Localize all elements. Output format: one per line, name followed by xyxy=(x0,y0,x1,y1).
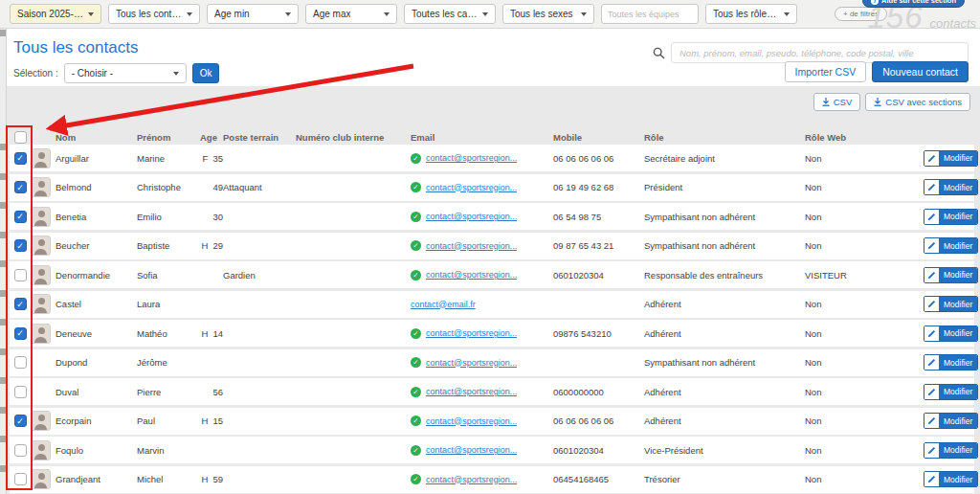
email-verified-icon: ✓ xyxy=(411,357,421,368)
col-header-numero: Numéro club interne xyxy=(296,132,411,143)
edit-button[interactable]: Modifier xyxy=(924,326,978,342)
cell-role-web: Non xyxy=(799,240,924,251)
email-link[interactable]: contact@sportsregion... xyxy=(426,212,517,221)
contacts-table-panel: CSV CSV avec sections Nom Prénom Age Pos… xyxy=(0,86,980,494)
email-verified-icon: ✓ xyxy=(411,212,421,222)
gutter-notch xyxy=(0,465,6,472)
edit-button[interactable]: Modifier xyxy=(924,471,978,487)
cell-prenom: Michel xyxy=(137,474,192,484)
season-select[interactable]: Saison 2025-2026 xyxy=(10,4,101,24)
row-checkbox[interactable]: ✓ xyxy=(14,181,27,193)
cell-prenom: Emilio xyxy=(137,212,192,222)
pencil-icon xyxy=(924,268,939,282)
ok-button[interactable]: Ok xyxy=(192,63,220,83)
chevron-down-icon xyxy=(784,12,790,16)
row-checkbox[interactable] xyxy=(14,356,27,369)
row-checkbox[interactable]: ✓ xyxy=(14,298,27,310)
email-verified-icon: ✓ xyxy=(411,387,421,397)
cell-prenom: Christophe xyxy=(137,182,192,192)
cell-age-value: 49 xyxy=(212,182,223,192)
selection-row: Sélection : - Choisir - Ok xyxy=(13,63,219,83)
edit-button[interactable]: Modifier xyxy=(924,179,978,195)
email-link[interactable]: contact@sportsregion... xyxy=(426,387,517,396)
edit-button[interactable]: Modifier xyxy=(924,150,978,167)
email-verified-icon: ✓ xyxy=(411,415,421,426)
pencil-icon xyxy=(924,238,939,253)
contacts-count-unit: contacts xyxy=(930,16,976,31)
pencil-icon xyxy=(924,151,939,166)
col-header-age: Age xyxy=(192,132,223,143)
cell-role-web: VISITEUR xyxy=(799,270,924,281)
email-link[interactable]: contact@sportsregion... xyxy=(426,416,517,426)
cell-gender: H xyxy=(200,415,208,426)
teams-input[interactable] xyxy=(601,4,699,24)
cell-email: ✓ contact@sportsregion... xyxy=(411,212,540,222)
col-header-role: Rôle xyxy=(640,132,799,143)
export-csv-label: CSV xyxy=(834,97,853,107)
export-csv-sections-button[interactable]: CSV avec sections xyxy=(865,93,970,111)
selection-value: - Choisir - xyxy=(72,68,113,79)
row-checkbox[interactable]: ✓ xyxy=(14,211,27,223)
cell-mobile: 0600000000 xyxy=(540,387,640,397)
web-roles-select[interactable]: Tous les rôles web xyxy=(705,4,797,24)
email-link[interactable]: contact@sportsregion... xyxy=(426,153,517,163)
edit-button[interactable]: Modifier xyxy=(924,209,978,225)
edit-button[interactable]: Modifier xyxy=(924,267,978,283)
row-checkbox[interactable] xyxy=(14,269,27,281)
edit-button[interactable]: Modifier xyxy=(924,442,978,459)
row-checkbox[interactable]: ✓ xyxy=(14,415,27,427)
age-max-select[interactable]: Age max xyxy=(305,4,397,24)
edit-button-label: Modifier xyxy=(939,355,977,370)
age-min-select[interactable]: Age min xyxy=(207,4,299,24)
cell-prenom: Baptiste xyxy=(137,240,192,251)
export-csv-button[interactable]: CSV xyxy=(813,93,861,111)
row-checkbox[interactable]: ✓ xyxy=(14,239,27,252)
cell-email: ✓ contact@sportsregion... xyxy=(411,240,540,251)
cell-role-web: Non xyxy=(799,182,924,192)
sexes-select[interactable]: Tous les sexes xyxy=(502,4,594,24)
table-row: Denormandie Sofia Gardien ✓ contact@spor… xyxy=(10,261,974,288)
select-all-checkbox[interactable] xyxy=(14,131,27,144)
email-link[interactable]: contact@email.fr xyxy=(411,300,476,309)
selection-select[interactable]: - Choisir - xyxy=(64,63,187,83)
email-link[interactable]: contact@sportsregion... xyxy=(426,445,517,455)
edit-button[interactable]: Modifier xyxy=(924,296,978,312)
cell-nom: Grandjeant xyxy=(56,474,137,484)
cell-prenom: Sofia xyxy=(137,270,192,281)
cell-mobile: 06 06 06 06 06 xyxy=(540,415,640,426)
edit-button[interactable]: Modifier xyxy=(924,384,978,400)
email-link[interactable]: contact@sportsregion... xyxy=(426,183,517,192)
cell-nom: Benetia xyxy=(56,212,137,222)
categories-value: Toutes les catégories ... xyxy=(412,9,479,19)
cell-nom: Ecorpain xyxy=(56,415,137,426)
table-row: Duval Pierre 56 ✓ contact@sportsregion..… xyxy=(10,378,974,405)
edit-button[interactable]: Modifier xyxy=(924,413,978,429)
edit-button[interactable]: Modifier xyxy=(924,237,978,254)
download-icon xyxy=(874,98,881,106)
email-link[interactable]: contact@sportsregion... xyxy=(426,475,517,484)
row-checkbox[interactable]: ✓ xyxy=(14,327,27,340)
cell-role: Trésorier xyxy=(640,474,799,484)
col-header-email: Email xyxy=(411,132,540,143)
categories-select[interactable]: Toutes les catégories ... xyxy=(404,4,496,24)
email-link[interactable]: contact@sportsregion... xyxy=(426,358,517,368)
cell-email: ✓ contact@sportsregion... xyxy=(411,357,540,368)
email-link[interactable]: contact@sportsregion... xyxy=(426,241,517,251)
row-checkbox[interactable] xyxy=(14,386,27,398)
row-checkbox[interactable]: ✓ xyxy=(14,152,27,165)
help-section-button[interactable]: i Aide sur cette section xyxy=(862,0,965,8)
edit-button[interactable]: Modifier xyxy=(924,354,978,370)
row-checkbox[interactable] xyxy=(14,444,27,457)
pencil-icon xyxy=(924,385,939,399)
search-input[interactable] xyxy=(671,42,969,63)
edit-button-label: Modifier xyxy=(939,443,977,458)
contacts-filter-select[interactable]: Tous les contacts xyxy=(108,4,200,24)
cell-mobile: 06 19 49 62 68 xyxy=(540,182,640,192)
row-checkbox[interactable] xyxy=(14,473,27,485)
email-link[interactable]: contact@sportsregion... xyxy=(426,328,517,338)
cell-age-value: 29 xyxy=(212,240,223,251)
email-link[interactable]: contact@sportsregion... xyxy=(426,270,517,280)
new-contact-button[interactable]: Nouveau contact xyxy=(872,61,969,82)
cell-email: ✓ contact@sportsregion... xyxy=(411,270,540,281)
import-csv-button[interactable]: Importer CSV xyxy=(785,61,867,82)
